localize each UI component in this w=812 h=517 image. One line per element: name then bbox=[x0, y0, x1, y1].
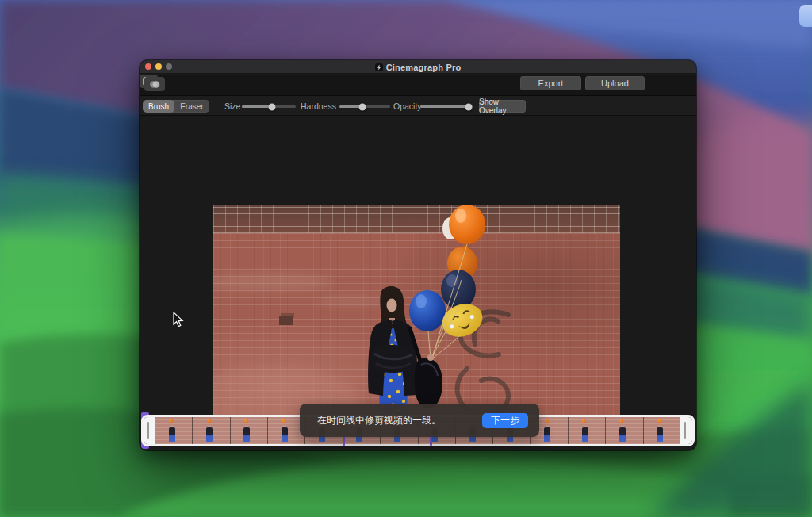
brush-tab[interactable]: Brush bbox=[143, 100, 174, 113]
desktop: Cinemagraph Pro Export Upload bbox=[0, 0, 812, 517]
widget-peek bbox=[799, 5, 812, 27]
size-slider-thumb[interactable] bbox=[269, 103, 276, 110]
timeline-thumbnail[interactable] bbox=[644, 417, 680, 444]
titlebar: Cinemagraph Pro bbox=[140, 60, 696, 74]
opacity-slider[interactable] bbox=[420, 105, 473, 108]
opacity-label: Opacity bbox=[393, 96, 422, 117]
size-slider[interactable] bbox=[242, 105, 296, 108]
window-title: Cinemagraph Pro bbox=[386, 63, 462, 72]
export-button[interactable]: Export bbox=[520, 76, 581, 90]
timeline-thumbnail[interactable] bbox=[193, 417, 230, 444]
hardness-label: Hardness bbox=[301, 96, 336, 117]
overlapping-circles-icon bbox=[148, 79, 161, 90]
opacity-slider-thumb[interactable] bbox=[465, 103, 472, 110]
tool-segmented-control: Brush Eraser bbox=[143, 100, 209, 113]
app-window: Cinemagraph Pro Export Upload bbox=[140, 60, 696, 450]
onboarding-tooltip: 在时间线中修剪视频的一段。 下一步 bbox=[300, 404, 539, 437]
wall-protrusion bbox=[279, 313, 294, 325]
tooltip-text: 在时间线中修剪视频的一段。 bbox=[317, 414, 482, 427]
brush-controls: Brush Eraser Size Hardness Opacity Show … bbox=[140, 95, 696, 116]
hand bbox=[427, 354, 434, 361]
next-step-button[interactable]: 下一步 bbox=[482, 413, 528, 428]
bag bbox=[415, 358, 442, 408]
emoji-balloon bbox=[438, 298, 488, 342]
trim-grip-left[interactable] bbox=[144, 417, 155, 444]
mask-tool-button[interactable] bbox=[144, 77, 165, 91]
upload-button[interactable]: Upload bbox=[585, 76, 645, 90]
photo-illustration bbox=[213, 205, 620, 434]
size-label: Size bbox=[224, 96, 240, 117]
show-overlay-button[interactable]: Show Overlay bbox=[479, 100, 526, 113]
window-title-area: Cinemagraph Pro bbox=[140, 60, 696, 74]
timeline-thumbnail[interactable] bbox=[569, 417, 606, 444]
hardness-slider[interactable] bbox=[339, 105, 390, 108]
hardness-slider-thumb[interactable] bbox=[358, 103, 366, 110]
eraser-tab[interactable]: Eraser bbox=[174, 100, 209, 113]
timeline-thumbnail[interactable] bbox=[231, 417, 268, 444]
app-icon bbox=[375, 63, 383, 71]
timeline-thumbnail[interactable] bbox=[155, 417, 193, 444]
toolbar: Export Upload bbox=[140, 75, 696, 95]
canvas-area[interactable] bbox=[140, 116, 696, 450]
timeline-thumbnail[interactable] bbox=[606, 417, 643, 444]
mouse-cursor bbox=[173, 312, 184, 327]
video-frame[interactable] bbox=[213, 205, 620, 434]
trim-grip-right[interactable] bbox=[680, 417, 692, 444]
